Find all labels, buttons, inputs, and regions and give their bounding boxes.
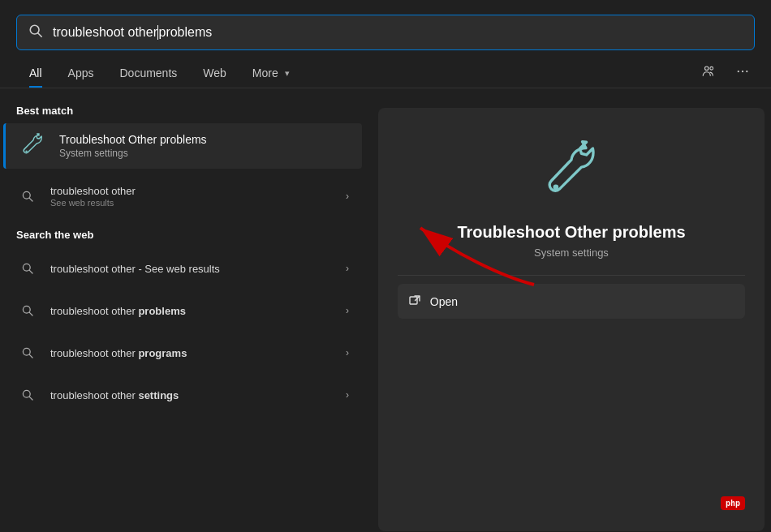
arrow-icon-w0: › [346,263,349,274]
search-bar[interactable]: troubleshoot otherproblems [16,15,755,50]
svg-point-5 [742,71,743,72]
web-item-0-title: troubleshoot other - See web results [50,263,334,275]
tab-all[interactable]: All [16,58,55,88]
svg-point-16 [23,390,30,397]
web-item-2[interactable]: troubleshoot other programs › [3,332,362,374]
svg-point-6 [746,71,747,72]
more-options-button[interactable] [730,59,755,87]
svg-point-2 [705,66,709,71]
web-result-top-title: troubleshoot other [50,185,334,197]
svg-point-7 [25,150,27,152]
best-match-label: Best match [0,101,365,123]
svg-line-9 [29,198,32,201]
php-badge: php [721,496,745,510]
svg-rect-19 [410,297,417,304]
web-item-3-title: troubleshoot other settings [50,389,334,401]
wrench-icon [19,131,48,161]
arrow-icon-w3: › [346,389,349,401]
web-result-top-subtitle: See web results [50,198,334,208]
best-match-title: Troubleshoot Other problems [59,133,207,146]
svg-point-8 [23,191,30,199]
web-item-0[interactable]: troubleshoot other - See web results › [3,247,362,290]
svg-line-15 [29,354,32,358]
svg-line-13 [29,312,32,315]
right-panel-title: Troubleshoot Other problems [441,223,701,242]
svg-point-4 [738,71,739,72]
right-panel-divider [398,275,745,276]
web-item-1-text: troubleshoot other problems [50,305,334,317]
search-input[interactable]: troubleshoot otherproblems [53,25,743,40]
tab-web[interactable]: Web [190,58,239,88]
svg-point-18 [553,185,559,191]
web-item-1-title: troubleshoot other problems [50,305,334,317]
search-text-part2: problems [158,25,212,40]
web-item-2-title: troubleshoot other programs [50,347,334,359]
right-panel-wrapper: Troubleshoot Other problems System setti… [372,98,758,521]
search-text-part1: troubleshoot other [53,25,157,40]
main-content: Best match Troubleshoot Other problems S… [0,88,771,531]
svg-point-3 [710,66,713,70]
open-button-label: Open [430,295,458,308]
people-icon-button[interactable] [696,59,721,87]
right-panel-icon [535,137,608,210]
search-bar-container: troubleshoot otherproblems [0,0,771,58]
tabs-right [696,59,755,87]
svg-point-12 [23,306,30,313]
web-item-1[interactable]: troubleshoot other problems › [3,290,362,332]
tab-apps[interactable]: Apps [55,58,107,88]
tabs-left: All Apps Documents Web More ▾ [16,58,303,88]
search-icon-w3 [16,384,39,406]
search-web-label: Search the web [0,225,365,247]
arrow-icon-w2: › [346,347,349,358]
best-match-item[interactable]: Troubleshoot Other problems System setti… [3,123,362,169]
svg-point-10 [23,264,30,271]
tab-more[interactable]: More ▾ [239,58,303,88]
search-icon-w0 [16,257,39,280]
best-match-subtitle: System settings [59,148,207,159]
right-panel-subtitle: System settings [534,247,609,259]
svg-line-1 [38,33,42,37]
search-icon-w2 [16,341,39,364]
tab-documents[interactable]: Documents [106,58,190,88]
svg-point-14 [23,348,30,355]
web-result-top-text: troubleshoot other See web results [50,185,334,208]
web-result-top-item[interactable]: troubleshoot other See web results › [3,175,362,217]
arrow-icon-w1: › [346,305,349,316]
tabs-bar: All Apps Documents Web More ▾ [0,58,771,88]
search-icon-small [16,185,39,208]
left-panel: Best match Troubleshoot Other problems S… [0,88,365,531]
search-icon [28,24,43,41]
chevron-down-icon: ▾ [285,68,290,79]
arrow-icon: › [346,191,349,202]
best-match-text: Troubleshoot Other problems System setti… [59,133,207,159]
open-link-icon [409,294,422,309]
right-panel: Troubleshoot Other problems System setti… [378,108,765,531]
svg-line-11 [29,270,32,273]
web-item-3[interactable]: troubleshoot other settings › [3,374,362,416]
search-icon-w1 [16,299,39,322]
svg-line-17 [29,397,32,400]
web-item-2-text: troubleshoot other programs [50,347,334,359]
web-item-3-text: troubleshoot other settings [50,389,334,401]
web-item-0-text: troubleshoot other - See web results [50,263,334,275]
open-button[interactable]: Open [398,284,745,319]
